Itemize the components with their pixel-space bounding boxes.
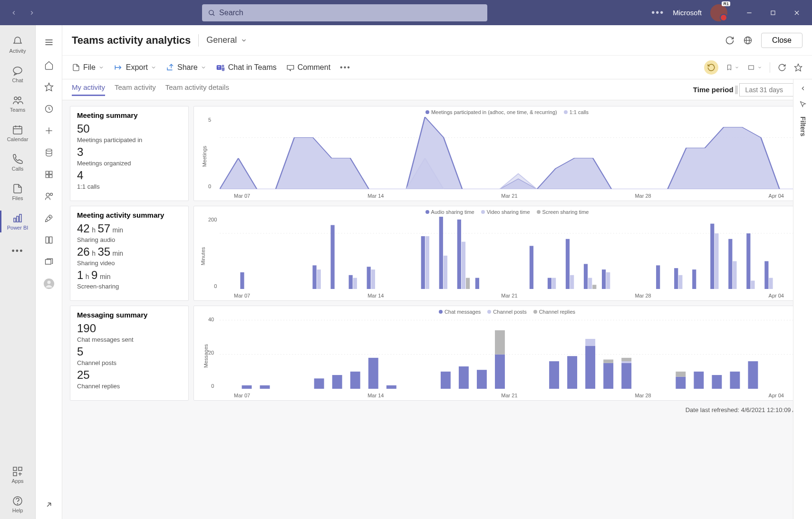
home-icon[interactable] (43, 59, 55, 71)
global-search[interactable] (202, 4, 487, 21)
svg-rect-67 (475, 278, 479, 289)
svg-rect-82 (710, 224, 714, 289)
svg-rect-81 (692, 269, 696, 289)
tab-team-activity[interactable]: Team activity (115, 83, 156, 96)
open-external-icon[interactable] (43, 499, 55, 510)
svg-rect-13 (14, 218, 16, 222)
rail-calls[interactable]: Calls (0, 148, 35, 177)
svg-rect-104 (549, 361, 559, 389)
channel-dropdown[interactable]: General (206, 35, 247, 45)
svg-rect-80 (678, 275, 682, 289)
svg-rect-111 (621, 361, 631, 363)
svg-point-47 (222, 65, 224, 67)
nav-back-button[interactable] (6, 5, 22, 21)
rail-files[interactable]: Files (0, 177, 35, 207)
star-icon[interactable] (43, 81, 55, 93)
globe-icon[interactable] (743, 36, 753, 45)
close-button[interactable]: Close (761, 33, 802, 48)
window-maximize-button[interactable] (764, 5, 783, 21)
view-dropdown[interactable] (747, 64, 762, 71)
people-icon[interactable] (43, 191, 55, 202)
divider (198, 34, 199, 47)
grid-icon[interactable] (43, 169, 55, 180)
tab-my-activity[interactable]: My activity (72, 83, 105, 96)
share-menu[interactable]: Share (166, 63, 206, 72)
report-tabs: My activity Team activity Team activity … (62, 79, 812, 100)
workspace-rail (36, 25, 62, 519)
dashboard-grid: Meeting summary 50Meetings participated … (62, 100, 812, 519)
svg-rect-30 (49, 171, 52, 174)
report-toolbar: File Export Share T Chat in Teams Commen… (62, 56, 812, 79)
avatar[interactable]: R1 (710, 4, 727, 21)
refresh-visual-icon[interactable] (778, 63, 786, 72)
meeting-activity-card: Meeting activity summary 42 h 57 minShar… (70, 206, 189, 301)
chevron-down-icon (241, 37, 247, 44)
svg-rect-114 (676, 372, 686, 377)
database-icon[interactable] (43, 147, 55, 158)
reset-icon[interactable] (704, 60, 718, 75)
search-input[interactable] (219, 9, 482, 17)
export-menu[interactable]: Export (114, 63, 156, 72)
person-circle-icon[interactable] (43, 278, 55, 289)
page-header: Teams activity analytics General Close (62, 25, 812, 56)
svg-rect-98 (387, 385, 396, 389)
refresh-footer: Date last refreshed: 4/6/2021 12:10:09 A… (70, 405, 804, 418)
hamburger-icon[interactable] (43, 37, 55, 48)
export-icon (114, 63, 123, 72)
svg-rect-100 (459, 366, 469, 389)
svg-rect-70 (552, 278, 556, 289)
svg-rect-83 (715, 233, 718, 289)
rail-powerbi[interactable]: Power BI (0, 207, 35, 236)
window-close-button[interactable] (787, 5, 806, 21)
chevron-left-icon[interactable] (800, 85, 806, 92)
svg-rect-68 (530, 246, 533, 289)
layers-icon[interactable] (43, 256, 55, 268)
file-menu[interactable]: File (72, 63, 104, 72)
rail-chat[interactable]: Chat (0, 59, 35, 89)
app-rail: Activity Chat Teams Calendar Calls Files… (0, 25, 36, 519)
svg-rect-62 (439, 217, 443, 289)
svg-rect-60 (421, 236, 425, 289)
svg-rect-3 (771, 11, 775, 15)
rail-activity[interactable]: Activity (0, 30, 35, 59)
comment-button[interactable]: Comment (286, 63, 330, 72)
tab-team-activity-details[interactable]: Team activity details (165, 83, 229, 96)
svg-rect-113 (676, 377, 686, 389)
window-minimize-button[interactable] (740, 5, 759, 21)
rail-help[interactable]: Help (0, 490, 35, 519)
svg-point-35 (49, 217, 50, 218)
rail-teams[interactable]: Teams (0, 89, 35, 118)
rail-more[interactable]: ••• (0, 236, 35, 266)
plus-icon[interactable] (43, 125, 55, 136)
rocket-icon[interactable] (43, 212, 55, 224)
svg-rect-112 (621, 358, 631, 361)
title-bar: ••• Microsoft R1 (0, 0, 812, 25)
chat-in-teams-button[interactable]: T Chat in Teams (216, 63, 277, 72)
more-button[interactable]: ••• (651, 7, 664, 18)
svg-rect-103 (495, 330, 505, 355)
svg-rect-96 (350, 372, 360, 389)
svg-rect-79 (674, 268, 678, 289)
refresh-icon[interactable] (725, 36, 735, 45)
svg-rect-15 (19, 214, 21, 222)
svg-rect-95 (332, 375, 342, 389)
messaging-chart: Chat messages Channel posts Channel repl… (193, 306, 804, 401)
svg-rect-32 (49, 175, 52, 178)
bookmark-dropdown[interactable] (726, 63, 739, 72)
svg-rect-63 (444, 256, 447, 289)
favorite-icon[interactable] (794, 63, 802, 72)
svg-rect-89 (769, 278, 773, 289)
svg-rect-17 (19, 467, 22, 471)
chevron-down-icon (151, 65, 156, 70)
rail-apps[interactable]: Apps (0, 460, 35, 490)
clock-icon[interactable] (43, 103, 55, 115)
book-icon[interactable] (43, 234, 55, 246)
toolbar-more-icon[interactable]: ••• (340, 63, 351, 72)
svg-marker-24 (45, 83, 53, 91)
page-title: Teams activity analytics (72, 34, 191, 47)
svg-rect-94 (314, 378, 324, 389)
rail-calendar[interactable]: Calendar (0, 118, 35, 148)
nav-forward-button[interactable] (24, 5, 40, 21)
svg-rect-78 (656, 265, 660, 289)
filters-panel[interactable]: Filters (793, 79, 812, 519)
